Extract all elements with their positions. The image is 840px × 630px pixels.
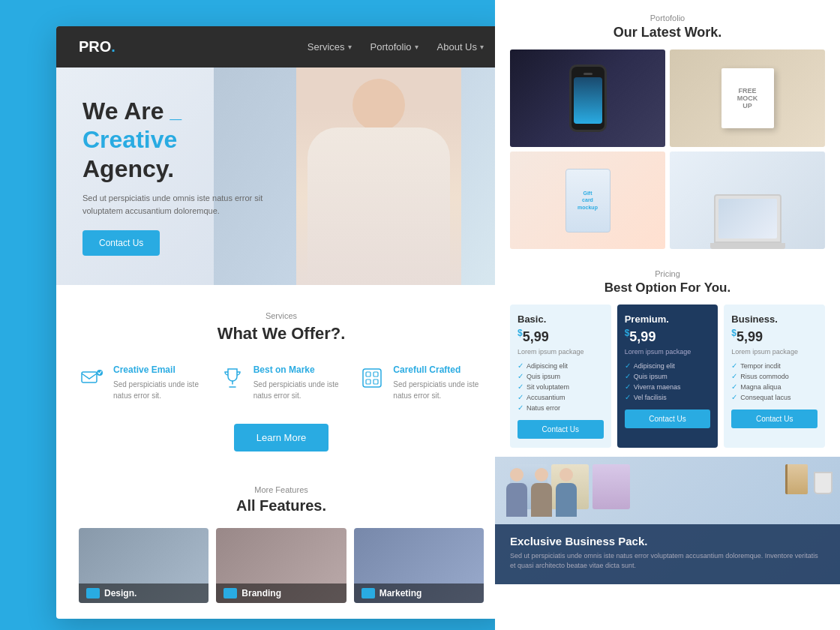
feature-icon-2 xyxy=(224,588,237,598)
pricing-desc-premium: Lorem ipsum package xyxy=(625,348,711,356)
hero-title: We Are _ Creative Agency. xyxy=(82,97,270,183)
phone-mockup xyxy=(569,64,607,132)
service-desc-2: Sed perspiciatis unde iste natus error s… xyxy=(254,379,344,401)
pricing-feature-business-3: ✓Magna aliqua xyxy=(731,382,818,391)
person-3 xyxy=(556,468,577,517)
body-2 xyxy=(531,483,552,517)
bottom-overlay: Exclusive Business Pack. Sed ut perspici… xyxy=(495,524,840,584)
bottom-text: Sed ut perspiciatis unde omnis iste natu… xyxy=(510,551,825,570)
hero-title-line1: We Are _ xyxy=(82,97,270,125)
portfolio-item-book: FREEMOCKUP xyxy=(670,50,825,147)
pricing-plan-premium: Premium. xyxy=(625,314,711,325)
service-content-2: Best on Marke Sed perspiciatis unde iste… xyxy=(254,364,344,401)
nav-item-portofolio[interactable]: Portofolio ▾ xyxy=(370,41,418,52)
hero-title-line2: Creative Agency. xyxy=(82,125,270,183)
svg-rect-3 xyxy=(366,372,370,376)
svg-rect-6 xyxy=(374,380,378,384)
craft-icon xyxy=(358,364,386,392)
pricing-price-basic: $5,99 xyxy=(518,328,604,345)
pricing-feature-business-1: ✓Tempor incdit xyxy=(731,362,818,370)
service-content-1: Creative Email Sed perspiciatis unde ist… xyxy=(113,364,204,401)
pricing-price-premium: $5,99 xyxy=(625,328,711,345)
hero-person-image xyxy=(296,68,461,285)
people-group xyxy=(506,468,577,517)
service-title-1: Creative Email xyxy=(113,364,204,375)
pricing-feature-premium-2: ✓Quis ipsum xyxy=(625,372,711,380)
services-title: What We Offer?. xyxy=(79,324,484,344)
feature-icon-1 xyxy=(86,588,100,598)
pricing-feature-business-2: ✓Risus commodo xyxy=(731,372,818,380)
pricing-plan-business: Business. xyxy=(731,314,818,325)
laptop-screen xyxy=(718,199,777,238)
brand-logo: PRO. xyxy=(79,38,116,56)
pricing-feature-basic-4: ✓Accusantium xyxy=(518,393,604,401)
pricing-card-business: Business. $5,99 Lorem ipsum package ✓Tem… xyxy=(724,304,825,448)
features-section: More Features All Features. Design. Bran… xyxy=(56,470,506,614)
pricing-price-business: $5,99 xyxy=(731,328,818,345)
person-1 xyxy=(506,468,527,517)
portfolio-section: Portofolio Our Latest Work. FREEMOCKUP G… xyxy=(495,0,840,260)
feature-icon-3 xyxy=(362,588,375,598)
page-wrapper: PRO. Services ▾ Portofolio ▾ About Us ▾ xyxy=(0,0,840,630)
service-desc-1: Sed perspiciatis unde iste natus error s… xyxy=(113,379,204,401)
feature-card-1: Design. xyxy=(79,528,208,603)
pricing-desc-business: Lorem ipsum package xyxy=(731,348,818,356)
phone-screen xyxy=(574,77,602,124)
pricing-title: Best Option For You. xyxy=(510,280,825,296)
feature-label-2: Branding xyxy=(216,584,346,603)
svg-rect-2 xyxy=(363,369,381,387)
feature-card-3: Marketing xyxy=(354,528,484,603)
pricing-btn-business[interactable]: Contact Us xyxy=(731,410,818,428)
head-1 xyxy=(510,468,524,482)
bottom-title: Exclusive Business Pack. xyxy=(510,535,825,548)
portfolio-item-phone xyxy=(510,50,665,147)
laptop-base xyxy=(710,243,785,249)
pricing-desc-basic: Lorem ipsum package xyxy=(518,348,604,356)
pricing-grid: Basic. $5,99 Lorem ipsum package ✓Adipis… xyxy=(510,304,825,448)
chevron-down-icon: ▾ xyxy=(415,43,418,51)
creative-email-icon xyxy=(79,364,106,392)
brand-dot: . xyxy=(111,38,116,55)
pricing-btn-basic[interactable]: Contact Us xyxy=(518,420,604,439)
nav-item-about[interactable]: About Us ▾ xyxy=(437,41,484,52)
pricing-feature-business-4: ✓Consequat lacus xyxy=(731,393,818,401)
pricing-btn-premium[interactable]: Contact Us xyxy=(625,410,711,428)
portfolio-item-giftcard: Giftcardmockup xyxy=(510,152,665,249)
gift-card-mockup: Giftcardmockup xyxy=(566,169,610,232)
body-1 xyxy=(506,483,527,517)
pricing-feature-basic-2: ✓Quis ipsum xyxy=(518,372,604,380)
pricing-plan-basic: Basic. xyxy=(518,314,604,325)
service-item-1: Creative Email Sed perspiciatis unde ist… xyxy=(79,364,204,401)
laptop-mockup xyxy=(714,194,782,243)
portfolio-label: Portofolio xyxy=(510,14,825,22)
svg-rect-5 xyxy=(366,380,370,384)
pricing-card-basic: Basic. $5,99 Lorem ipsum package ✓Adipis… xyxy=(510,304,611,448)
features-title: All Features. xyxy=(79,497,484,514)
contact-us-button[interactable]: Contact Us xyxy=(82,230,160,256)
book-mockup: FREEMOCKUP xyxy=(722,68,774,128)
portfolio-item-laptop xyxy=(670,152,825,249)
feature-card-2: Branding xyxy=(216,528,346,603)
bottom-right-section: Exclusive Business Pack. Sed ut perspici… xyxy=(495,457,840,584)
services-grid: Creative Email Sed perspiciatis unde ist… xyxy=(79,364,484,401)
body-3 xyxy=(556,483,577,517)
hero-dash: _ xyxy=(170,98,182,124)
person-2 xyxy=(531,468,552,517)
pricing-label: Pricing xyxy=(510,269,825,278)
right-panel: Portofolio Our Latest Work. FREEMOCKUP G… xyxy=(495,0,840,630)
pricing-feature-premium-1: ✓Adipiscing elit xyxy=(625,362,711,370)
service-item-2: Best on Marke Sed perspiciatis unde iste… xyxy=(219,364,344,401)
feature-label-3: Marketing xyxy=(354,584,484,603)
pricing-section: Pricing Best Option For You. Basic. $5,9… xyxy=(495,260,840,457)
nav-links: Services ▾ Portofolio ▾ About Us ▾ xyxy=(308,41,484,52)
service-content-3: Carefull Crafted Sed perspiciatis unde i… xyxy=(393,364,484,401)
nav-item-services[interactable]: Services ▾ xyxy=(308,41,352,52)
pricing-feature-premium-3: ✓Viverra maenas xyxy=(625,382,711,391)
learn-more-button[interactable]: Learn More xyxy=(234,424,328,452)
chevron-down-icon: ▾ xyxy=(348,43,352,51)
portfolio-grid: FREEMOCKUP Giftcardmockup xyxy=(510,50,825,249)
features-grid: Design. Branding Marketing xyxy=(79,528,484,603)
desk-cup xyxy=(814,472,832,494)
desk-book xyxy=(785,464,808,494)
notebook-3 xyxy=(592,464,630,509)
